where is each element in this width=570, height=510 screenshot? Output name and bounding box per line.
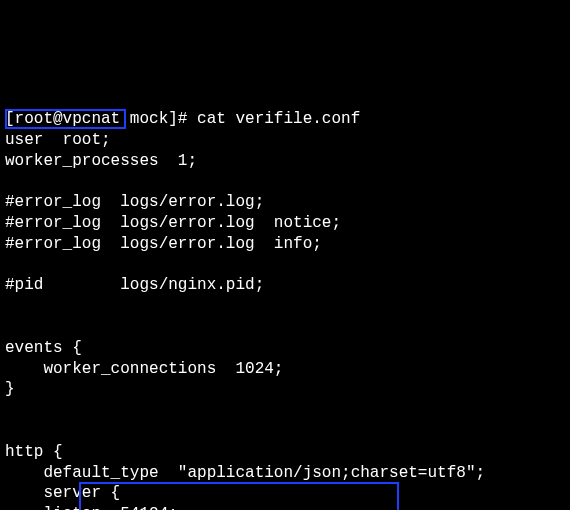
terminal-window[interactable]: [root@vpcnat mock]# cat verifile.conf us…	[5, 88, 565, 510]
config-line: #error_log logs/error.log info;	[5, 235, 322, 253]
config-line: #pid logs/nginx.pid;	[5, 276, 264, 294]
config-line: }	[5, 380, 15, 398]
config-line: default_type "application/json;charset=u…	[5, 464, 485, 482]
config-line: #error_log logs/error.log;	[5, 193, 264, 211]
config-line: events {	[5, 339, 82, 357]
config-line: worker_connections 1024;	[5, 360, 283, 378]
config-line: user root;	[5, 131, 111, 149]
shell-prompt: [root@vpcnat mock]#	[5, 110, 197, 128]
config-line: http {	[5, 443, 63, 461]
config-line: worker_processes 1;	[5, 152, 197, 170]
prompt-line-1: [root@vpcnat mock]# cat verifile.conf	[5, 110, 360, 128]
config-line: server {	[5, 484, 120, 502]
config-line: listen 54124;	[5, 505, 178, 510]
config-line: #error_log logs/error.log notice;	[5, 214, 341, 232]
command-text: cat verifile.conf	[197, 110, 360, 128]
